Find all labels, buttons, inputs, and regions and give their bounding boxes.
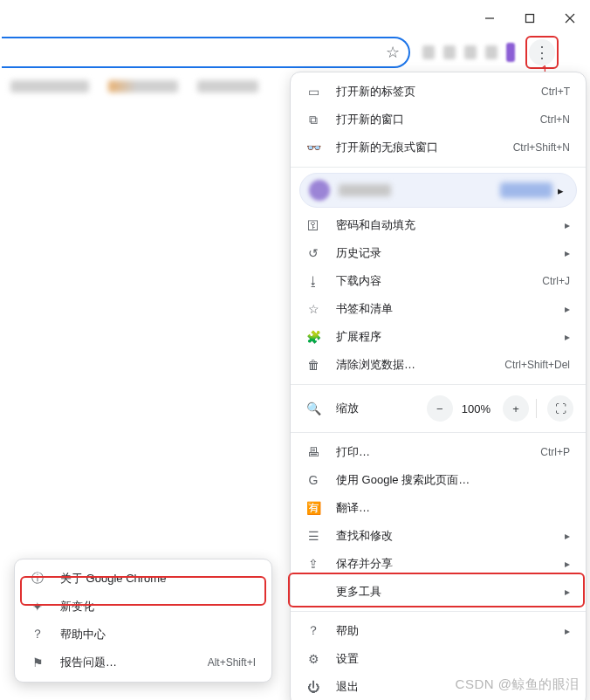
sparkle-icon: ✦ — [29, 600, 46, 614]
menu-label: 翻译… — [336, 500, 570, 516]
menu-item-print[interactable]: 🖶 打印… Ctrl+P — [291, 438, 586, 466]
incognito-icon: 👓 — [305, 141, 322, 154]
menu-label: 打印… — [336, 444, 540, 460]
watermark: CSDN @鲸鱼的眼泪 — [456, 676, 580, 693]
separator — [291, 384, 586, 385]
extension-icon[interactable] — [464, 45, 477, 59]
fullscreen-button[interactable]: ⛶ — [547, 395, 573, 422]
avatar-icon — [309, 180, 330, 201]
minimize-button[interactable] — [470, 5, 510, 31]
svg-rect-1 — [526, 15, 534, 23]
menu-label: 关于 Google Chrome — [60, 571, 256, 587]
zoom-in-button[interactable]: + — [503, 395, 529, 422]
menu-shortcut: Ctrl+Shift+N — [513, 141, 570, 154]
zoom-percent: 100% — [462, 402, 491, 415]
share-icon: ⇪ — [305, 557, 322, 571]
google-icon: G — [305, 473, 322, 487]
extension-icon[interactable] — [485, 45, 497, 59]
trash-icon: 🗑 — [305, 358, 322, 372]
help-submenu: ⓘ 关于 Google Chrome ✦ 新变化 ？ 帮助中心 ⚑ 报告问题… … — [14, 559, 272, 683]
help-icon: ？ — [305, 623, 322, 639]
bookmark-item[interactable] — [10, 80, 89, 93]
menu-item-profile[interactable]: ▸ — [299, 173, 577, 208]
chevron-right-icon: ▸ — [565, 558, 570, 570]
maximize-button[interactable] — [510, 5, 550, 31]
extension-icon[interactable] — [422, 45, 435, 59]
puzzle-icon: 🧩 — [305, 330, 322, 344]
profile-name — [339, 184, 391, 196]
menu-label: 扩展程序 — [336, 329, 561, 345]
chevron-right-icon: ▸ — [565, 586, 570, 598]
submenu-item-report[interactable]: ⚑ 报告问题… Alt+Shift+I — [15, 649, 271, 676]
menu-label: 打开新的标签页 — [336, 84, 541, 100]
menu-shortcut: Ctrl+Shift+Del — [504, 359, 570, 371]
chevron-right-icon: ▸ — [565, 247, 570, 259]
submenu-item-whats-new[interactable]: ✦ 新变化 — [15, 593, 271, 621]
menu-shortcut: Alt+Shift+I — [208, 656, 256, 669]
menu-item-settings[interactable]: ⚙ 设置 — [291, 645, 586, 673]
chevron-right-icon: ▸ — [565, 625, 570, 637]
menu-shortcut: Ctrl+T — [541, 86, 570, 98]
chevron-right-icon: ▸ — [565, 219, 570, 231]
menu-label: 新变化 — [60, 599, 256, 614]
bookmarks-bar — [0, 75, 290, 98]
close-button[interactable] — [550, 5, 590, 31]
menu-item-new-tab[interactable]: ▭ 打开新的标签页 Ctrl+T — [291, 78, 586, 106]
translate-icon: 🈶 — [305, 501, 322, 515]
menu-item-bookmarks[interactable]: ☆ 书签和清单 ▸ — [291, 295, 586, 323]
menu-label: 历史记录 — [336, 245, 561, 261]
new-tab-icon: ▭ — [305, 85, 322, 99]
menu-item-save-share[interactable]: ⇪ 保存并分享 ▸ — [291, 550, 586, 578]
menu-label: 打开新的窗口 — [336, 112, 540, 127]
main-menu-button[interactable]: ⋮ — [529, 39, 555, 65]
menu-item-find-edit[interactable]: ☰ 查找和修改 ▸ — [291, 522, 586, 550]
bookmark-item[interactable] — [197, 80, 258, 93]
star-icon: ☆ — [305, 302, 322, 316]
submenu-item-help-center[interactable]: ？ 帮助中心 — [15, 621, 271, 649]
menu-item-downloads[interactable]: ⭳ 下载内容 Ctrl+J — [291, 267, 586, 295]
new-window-icon: ⧉ — [305, 113, 322, 127]
bookmark-item[interactable] — [108, 80, 178, 93]
menu-item-zoom: 🔍 缩放 − 100% + ⛶ — [291, 390, 586, 427]
window-controls — [470, 5, 590, 31]
extension-icon[interactable] — [443, 45, 456, 59]
menu-item-incognito[interactable]: 👓 打开新的无痕式窗口 Ctrl+Shift+N — [291, 134, 586, 161]
exit-icon: ⏻ — [305, 680, 322, 694]
bookmark-star-icon[interactable]: ☆ — [386, 43, 400, 62]
menu-label: 帮助中心 — [60, 627, 256, 642]
submenu-item-about[interactable]: ⓘ 关于 Google Chrome — [15, 565, 271, 593]
menu-item-clear-data[interactable]: 🗑 清除浏览数据… Ctrl+Shift+Del — [291, 351, 586, 379]
menu-label: 使用 Google 搜索此页面… — [336, 472, 570, 488]
gear-icon: ⚙ — [305, 652, 322, 666]
separator — [536, 399, 537, 418]
menu-item-new-window[interactable]: ⧉ 打开新的窗口 Ctrl+N — [291, 106, 586, 134]
menu-label: 打开新的无痕式窗口 — [336, 140, 513, 155]
menu-item-extensions[interactable]: 🧩 扩展程序 ▸ — [291, 323, 586, 351]
menu-label: 设置 — [336, 651, 570, 667]
menu-label: 保存并分享 — [336, 556, 561, 572]
chevron-right-icon: ▸ — [565, 530, 570, 542]
menu-item-history[interactable]: ↺ 历史记录 ▸ — [291, 239, 586, 267]
menu-shortcut: Ctrl+N — [540, 113, 570, 126]
menu-item-passwords[interactable]: ⚿ 密码和自动填充 ▸ — [291, 211, 586, 239]
menu-label: 更多工具 — [336, 584, 561, 600]
chevron-right-icon: ▸ — [565, 303, 570, 315]
main-menu: ▭ 打开新的标签页 Ctrl+T ⧉ 打开新的窗口 Ctrl+N 👓 打开新的无… — [290, 72, 587, 700]
menu-label: 查找和修改 — [336, 528, 561, 544]
omnibox[interactable]: ☆ — [2, 37, 410, 68]
toolbar: ☆ ⋮ — [0, 35, 590, 70]
zoom-icon: 🔍 — [305, 401, 322, 415]
menu-item-help[interactable]: ？ 帮助 ▸ — [291, 617, 586, 645]
menu-shortcut: Ctrl+J — [542, 275, 570, 287]
profile-avatar-icon[interactable] — [506, 43, 515, 62]
menu-label: 下载内容 — [336, 273, 542, 289]
help-center-icon: ？ — [29, 627, 46, 642]
separator — [291, 432, 586, 433]
profile-action — [500, 182, 552, 198]
menu-item-translate[interactable]: 🈶 翻译… — [291, 494, 586, 522]
menu-shortcut: Ctrl+P — [540, 446, 570, 458]
menu-item-google-search[interactable]: G 使用 Google 搜索此页面… — [291, 466, 586, 494]
print-icon: 🖶 — [305, 445, 322, 459]
zoom-out-button[interactable]: − — [427, 395, 453, 422]
menu-item-more-tools[interactable]: 更多工具 ▸ — [291, 578, 586, 606]
